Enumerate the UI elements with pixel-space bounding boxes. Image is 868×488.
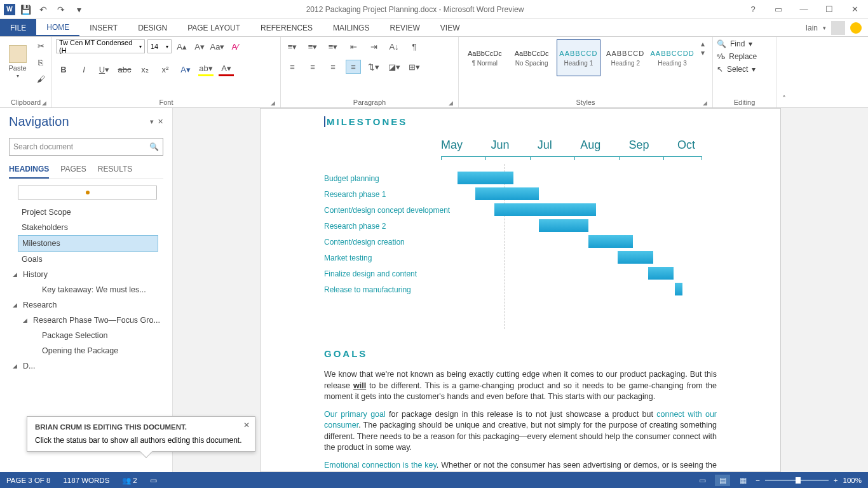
font-name-dropdown[interactable]: Tw Cen MT Condensed (H▾ xyxy=(56,39,145,53)
tab-design[interactable]: DESIGN xyxy=(128,19,177,36)
tooltip-close-icon[interactable]: ✕ xyxy=(243,421,250,430)
nav-tab-results[interactable]: RESULTS xyxy=(98,165,132,179)
numbering-icon[interactable]: ≡▾ xyxy=(305,39,320,53)
qat-undo-icon[interactable]: ↶ xyxy=(36,2,51,17)
paragraph[interactable]: Emotional connection is the key. Whether… xyxy=(324,460,717,473)
page[interactable]: MILESTONES May Jun Jul Aug Sep Oct xyxy=(260,108,781,472)
styles-more-icon[interactable]: ▴▾ xyxy=(697,39,709,57)
nav-item-milestones[interactable]: Milestones xyxy=(18,235,158,252)
tab-mailings[interactable]: MAILINGS xyxy=(323,19,379,36)
nav-item-phase-two[interactable]: ◢Research Phase Two—Focus Gro... xyxy=(9,313,163,328)
read-mode-icon[interactable]: ▭ xyxy=(695,475,710,486)
collapse-ribbon-icon[interactable]: ˄ xyxy=(776,37,792,107)
nav-tab-pages[interactable]: PAGES xyxy=(60,165,86,179)
nav-item-d-trunc[interactable]: ◢D... xyxy=(9,358,163,374)
strikethrough-button[interactable]: abc xyxy=(117,62,132,76)
search-icon[interactable]: 🔍 xyxy=(149,142,159,151)
ribbon-display-icon[interactable]: ▭ xyxy=(769,3,788,16)
copy-icon[interactable]: ⎘ xyxy=(34,56,48,69)
show-marks-icon[interactable]: ¶ xyxy=(407,39,422,53)
nav-item-project-scope[interactable]: Project Scope xyxy=(9,205,163,220)
style-heading-2[interactable]: AABBCCDHeading 2 xyxy=(603,39,648,76)
nav-item-package-selection[interactable]: Package Selection xyxy=(9,328,163,343)
clipboard-launcher-icon[interactable]: ◢ xyxy=(42,100,46,106)
avatar[interactable] xyxy=(831,21,845,35)
tab-review[interactable]: REVIEW xyxy=(379,19,430,36)
style-normal[interactable]: AaBbCcDc¶ Normal xyxy=(463,39,507,76)
align-center-icon[interactable]: ≡ xyxy=(305,60,320,74)
nav-item-opening-package[interactable]: Opening the Package xyxy=(9,343,163,358)
font-size-dropdown[interactable]: 14▾ xyxy=(147,39,172,53)
shrink-font-icon[interactable]: A▾ xyxy=(192,39,207,53)
find-button[interactable]: 🔍Find ▾ xyxy=(717,39,757,48)
nav-tab-headings[interactable]: HEADINGS xyxy=(9,165,49,179)
nav-item-history[interactable]: ◢History xyxy=(9,267,163,282)
paragraph[interactable]: We know that we're not known as being ex… xyxy=(324,369,717,403)
align-left-icon[interactable]: ≡ xyxy=(285,60,300,74)
style-heading-1[interactable]: AABBCCDHeading 1 xyxy=(557,39,601,76)
tab-references[interactable]: REFERENCES xyxy=(250,19,323,36)
styles-launcher-icon[interactable]: ◢ xyxy=(703,100,707,106)
zoom-in-icon[interactable]: + xyxy=(834,477,838,484)
clear-formatting-icon[interactable]: A⁄ xyxy=(227,39,243,53)
replace-button[interactable]: ᵃ⁄ьReplace xyxy=(717,52,757,61)
tab-file[interactable]: FILE xyxy=(0,19,36,36)
caret-icon[interactable]: ◢ xyxy=(23,317,29,323)
paste-button[interactable]: Paste ▾ xyxy=(4,39,31,84)
justify-icon[interactable]: ≡ xyxy=(346,60,361,74)
nav-menu-icon[interactable]: ▾ xyxy=(150,118,154,126)
cut-icon[interactable]: ✂ xyxy=(34,39,48,52)
paragraph-launcher-icon[interactable]: ◢ xyxy=(449,100,453,106)
font-color-icon[interactable]: A▾ xyxy=(219,62,234,76)
help-icon[interactable]: ? xyxy=(743,3,763,16)
caret-icon[interactable]: ◢ xyxy=(13,302,19,308)
text-effects-icon[interactable]: A▾ xyxy=(178,62,193,76)
nav-close-icon[interactable]: ✕ xyxy=(158,118,163,126)
nav-item-research[interactable]: ◢Research xyxy=(9,297,163,313)
qat-redo-icon[interactable]: ↷ xyxy=(53,2,69,17)
line-spacing-icon[interactable]: ⇅▾ xyxy=(366,60,381,74)
qat-save-icon[interactable]: 💾 xyxy=(18,2,33,17)
style-no-spacing[interactable]: AaBbCcDcNo Spacing xyxy=(510,39,554,76)
minimize-icon[interactable]: — xyxy=(794,3,813,16)
tab-insert[interactable]: INSERT xyxy=(79,19,128,36)
grow-font-icon[interactable]: A▴ xyxy=(174,39,189,53)
nav-item-stakeholders[interactable]: Stakeholders xyxy=(9,220,163,235)
change-case-icon[interactable]: Aa▾ xyxy=(210,39,225,53)
heading-goals[interactable]: GOALS xyxy=(324,348,717,359)
user-name[interactable]: Iain xyxy=(806,24,818,32)
status-coauthors[interactable]: 👥2 xyxy=(122,476,137,485)
align-right-icon[interactable]: ≡ xyxy=(325,60,341,74)
increase-indent-icon[interactable]: ⇥ xyxy=(366,39,381,53)
sort-icon[interactable]: A↓ xyxy=(386,39,402,53)
nav-item-goals[interactable]: Goals xyxy=(9,252,163,267)
font-launcher-icon[interactable]: ◢ xyxy=(271,100,275,106)
multilevel-list-icon[interactable]: ≡▾ xyxy=(325,39,341,53)
tab-home[interactable]: HOME xyxy=(36,19,79,36)
underline-button[interactable]: U▾ xyxy=(97,62,112,76)
borders-icon[interactable]: ⊞▾ xyxy=(407,60,422,74)
status-macros-icon[interactable]: ▭ xyxy=(150,476,157,485)
nav-jump-box[interactable] xyxy=(18,186,157,200)
style-heading-3[interactable]: AABBCCDDHeading 3 xyxy=(650,39,695,76)
shading-icon[interactable]: ◪▾ xyxy=(386,60,402,74)
format-painter-icon[interactable]: 🖌 xyxy=(34,72,48,85)
bullets-icon[interactable]: ≡▾ xyxy=(285,39,300,53)
web-layout-icon[interactable]: ▦ xyxy=(735,475,750,486)
status-bar[interactable]: PAGE 3 OF 8 1187 WORDS 👥2 ▭ ▭ ▤ ▦ − + 10… xyxy=(0,472,868,488)
heading-milestones[interactable]: MILESTONES xyxy=(324,116,717,127)
zoom-slider[interactable] xyxy=(765,480,829,481)
italic-button[interactable]: I xyxy=(76,62,92,76)
tab-page-layout[interactable]: PAGE LAYOUT xyxy=(177,19,250,36)
document-area[interactable]: MILESTONES May Jun Jul Aug Sep Oct xyxy=(173,108,868,472)
nav-item-key-takeaway[interactable]: Key takeaway: We must les... xyxy=(9,282,163,297)
bold-button[interactable]: B xyxy=(56,62,71,76)
tab-view[interactable]: VIEW xyxy=(430,19,470,36)
decrease-indent-icon[interactable]: ⇤ xyxy=(346,39,361,53)
paragraph[interactable]: Our primary goal for package design in t… xyxy=(324,409,717,454)
select-button[interactable]: ↖Select ▾ xyxy=(717,65,757,74)
caret-icon[interactable]: ◢ xyxy=(13,271,19,278)
zoom-out-icon[interactable]: − xyxy=(756,477,760,484)
maximize-icon[interactable]: ☐ xyxy=(820,3,839,16)
subscript-button[interactable]: x₂ xyxy=(137,62,153,76)
